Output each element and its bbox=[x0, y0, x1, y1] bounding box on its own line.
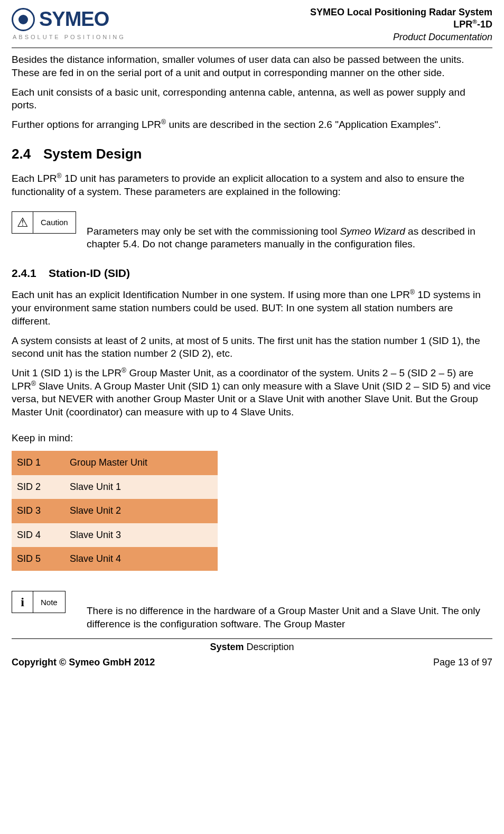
sid-cell: SID 3 bbox=[12, 499, 64, 523]
reg-mark: ® bbox=[57, 172, 62, 180]
role-cell: Group Master Unit bbox=[64, 451, 218, 475]
reg-mark: ® bbox=[161, 118, 166, 126]
note-label: Note bbox=[33, 591, 65, 613]
logo-block: SYMEO ABSOLUTE POSITIONING bbox=[12, 6, 126, 41]
page-header: SYMEO ABSOLUTE POSITIONING SYMEO Local P… bbox=[12, 6, 492, 48]
sid-cell: SID 1 bbox=[12, 451, 64, 475]
caution-label: Caution bbox=[33, 212, 76, 233]
title2-suffix: -1D bbox=[477, 19, 492, 30]
footer-bold: System bbox=[210, 642, 244, 652]
doc-title-1: SYMEO Local Positioning Radar System bbox=[310, 6, 492, 18]
section-number: 2.4 bbox=[12, 145, 43, 163]
reg-mark: ® bbox=[410, 289, 415, 296]
reg-mark: ® bbox=[31, 379, 36, 387]
heading-text: Station-ID (SID) bbox=[49, 267, 130, 279]
table-row: SID 1 Group Master Unit bbox=[12, 451, 218, 475]
info-icon: i bbox=[12, 591, 33, 613]
note-badge: i Note bbox=[12, 591, 66, 613]
text: Parameters may only be set with the comm… bbox=[87, 226, 340, 237]
table-row: SID 4 Slave Unit 3 bbox=[12, 523, 218, 547]
text: Slave Units. A Group Master Unit (SID 1)… bbox=[12, 381, 491, 418]
note-callout: i Note There is no difference in the har… bbox=[12, 591, 492, 631]
paragraph: Each LPR® 1D unit has parameters to prov… bbox=[12, 172, 492, 198]
text: Each LPR bbox=[12, 173, 57, 184]
reg-mark: ® bbox=[122, 367, 126, 374]
role-cell: Slave Unit 2 bbox=[64, 499, 218, 523]
keep-in-mind-label: Keep in mind: bbox=[12, 432, 492, 445]
paragraph: Unit 1 (SID 1) is the LPR® Group Master … bbox=[12, 367, 492, 419]
paragraph: Each unit consists of a basic unit, corr… bbox=[12, 86, 492, 112]
reg-mark: ® bbox=[472, 18, 477, 25]
paragraph: Each unit has an explicit Identification… bbox=[12, 289, 492, 328]
paragraph: A system consists at least of 2 units, a… bbox=[12, 335, 492, 360]
paragraph: Besides the distance information, smalle… bbox=[12, 53, 492, 79]
table-row: SID 2 Slave Unit 1 bbox=[12, 475, 218, 499]
header-titles: SYMEO Local Positioning Radar System LPR… bbox=[310, 6, 492, 43]
text: units are described in the section 2.6 "… bbox=[166, 119, 441, 130]
tool-name: Symeo Wizard bbox=[340, 226, 405, 237]
section-number: 2.4.1 bbox=[12, 266, 49, 280]
page-content: Besides the distance information, smalle… bbox=[12, 53, 492, 631]
title2-prefix: LPR bbox=[453, 19, 472, 30]
logo-icon bbox=[12, 8, 35, 31]
sid-table: SID 1 Group Master Unit SID 2 Slave Unit… bbox=[12, 451, 218, 571]
footer-center: System Description bbox=[12, 639, 492, 653]
warning-triangle-icon: ⚠ bbox=[12, 212, 33, 233]
logo-text: SYMEO bbox=[39, 6, 109, 32]
caution-badge: ⚠ Caution bbox=[12, 211, 76, 234]
sid-cell: SID 4 bbox=[12, 523, 64, 547]
text: Unit 1 (SID 1) is the LPR bbox=[12, 367, 122, 378]
role-cell: Slave Unit 4 bbox=[64, 547, 218, 571]
page-number: Page 13 of 97 bbox=[433, 656, 492, 669]
footer-rest: Description bbox=[244, 642, 294, 652]
text: Further options for arranging LPR bbox=[12, 119, 161, 130]
footer-bottom: Copyright © Symeo GmbH 2012 Page 13 of 9… bbox=[12, 656, 492, 669]
heading-2: 2.4System Design bbox=[12, 145, 492, 163]
logo-tagline: ABSOLUTE POSITIONING bbox=[13, 33, 126, 41]
doc-title-3: Product Documentation bbox=[310, 31, 492, 43]
heading-text: System Design bbox=[43, 146, 142, 162]
sid-cell: SID 5 bbox=[12, 547, 64, 571]
text: 1D unit has parameters to provide an exp… bbox=[12, 173, 464, 197]
text: Each unit has an explicit Identification… bbox=[12, 289, 410, 300]
note-text: There is no difference in the hardware o… bbox=[12, 605, 492, 631]
paragraph: Further options for arranging LPR® units… bbox=[12, 118, 492, 132]
table-row: SID 3 Slave Unit 2 bbox=[12, 499, 218, 523]
caution-text: Parameters may only be set with the comm… bbox=[12, 225, 492, 251]
copyright: Copyright © Symeo GmbH 2012 bbox=[12, 656, 155, 669]
role-cell: Slave Unit 1 bbox=[64, 475, 218, 499]
doc-title-2: LPR®-1D bbox=[310, 18, 492, 31]
table-row: SID 5 Slave Unit 4 bbox=[12, 547, 218, 571]
sid-cell: SID 2 bbox=[12, 475, 64, 499]
role-cell: Slave Unit 3 bbox=[64, 523, 218, 547]
heading-3: 2.4.1Station-ID (SID) bbox=[12, 266, 492, 280]
